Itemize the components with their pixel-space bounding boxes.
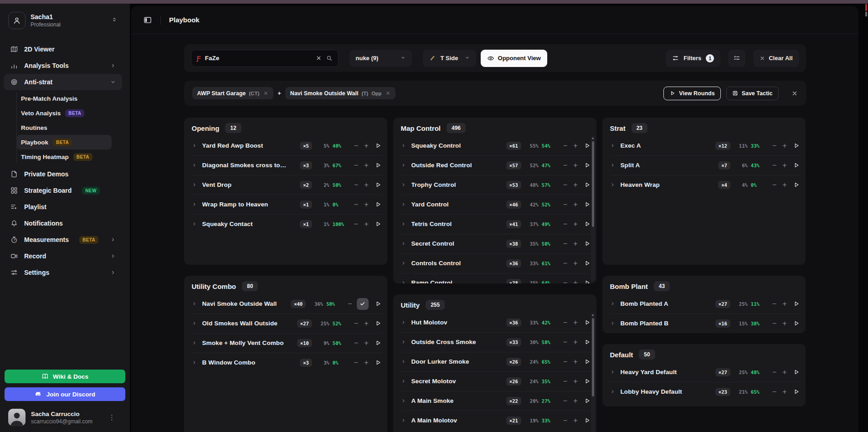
tactic-row[interactable]: Squeaky Control ×61 55% 54% − + <box>393 136 596 155</box>
play-button[interactable] <box>584 201 591 208</box>
increment-button[interactable]: + <box>364 339 368 347</box>
discord-button[interactable]: Join our Discord <box>5 387 125 401</box>
sidebar-toggle-icon[interactable] <box>143 15 152 25</box>
increment-button[interactable]: + <box>573 279 577 284</box>
scrollbar[interactable]: ▲ <box>591 313 595 432</box>
increment-button[interactable]: + <box>782 161 786 170</box>
decrement-button[interactable]: − <box>354 359 358 367</box>
sidebar-item-settings[interactable]: Settings <box>4 264 122 281</box>
sidebar-item-measurements[interactable]: Measurements BETA <box>4 231 122 248</box>
increment-button[interactable]: + <box>573 181 577 189</box>
increment-button[interactable]: + <box>364 181 368 189</box>
map-select-dropdown[interactable]: nuke (9) <box>349 50 412 67</box>
play-button[interactable] <box>793 162 800 169</box>
decrement-button[interactable]: − <box>772 319 776 328</box>
decrement-button[interactable]: − <box>563 358 567 366</box>
decrement-button[interactable]: − <box>772 300 776 308</box>
decrement-button[interactable]: − <box>563 417 567 425</box>
play-button[interactable] <box>375 181 381 188</box>
decrement-button[interactable]: − <box>354 161 358 170</box>
tactic-row[interactable]: Ramp Control ×28 25% 64% − + <box>393 273 596 283</box>
increment-button[interactable]: + <box>364 142 368 150</box>
decrement-button[interactable]: − <box>354 339 358 347</box>
tactic-chip[interactable]: AWP Start Garage (CT) <box>192 87 274 99</box>
play-button[interactable] <box>584 142 591 149</box>
play-button[interactable] <box>584 221 591 227</box>
increment-button[interactable]: + <box>364 319 368 328</box>
tactic-row[interactable]: Smoke + Molly Vent Combo ×10 9% 50% − + <box>184 333 387 353</box>
play-button[interactable] <box>793 142 800 149</box>
increment-button[interactable]: + <box>364 359 368 367</box>
decrement-button[interactable]: − <box>772 388 776 396</box>
team-search-box[interactable]: Ƒ <box>191 50 339 67</box>
play-button[interactable] <box>375 142 381 149</box>
decrement-button[interactable]: − <box>563 220 567 228</box>
sidebar-item-veto-analysis[interactable]: Veto Analysis BETA <box>16 106 112 120</box>
tactic-row[interactable]: Outside Red Control ×57 52% 47% − + <box>393 155 596 175</box>
decrement-button[interactable]: − <box>563 377 567 386</box>
decrement-button[interactable]: − <box>563 142 567 150</box>
clear-search-icon[interactable] <box>316 55 322 61</box>
tactic-row[interactable]: Yard Control ×46 42% 52% − + <box>393 195 596 214</box>
tactic-row[interactable]: A Main Molotov ×21 19% 33% − + <box>393 411 596 430</box>
scrollbar[interactable]: ▲ <box>591 136 595 282</box>
sidebar-item-strategic-board[interactable]: Strategic Board NEW <box>4 182 122 199</box>
checklist-button[interactable] <box>728 50 745 67</box>
decrement-button[interactable]: − <box>563 161 567 170</box>
tactic-row[interactable]: Tetris Control ×41 37% 49% − + <box>393 214 596 234</box>
sidebar-item-timing-heatmap[interactable]: Timing Heatmap BETA <box>16 149 112 164</box>
tactic-row[interactable]: B Window Combo ×3 3% 0% − + <box>184 353 387 372</box>
search-icon[interactable] <box>326 55 333 62</box>
play-button[interactable] <box>584 378 591 385</box>
unfold-icon[interactable] <box>112 16 117 25</box>
increment-button[interactable]: + <box>782 388 786 396</box>
sidebar-item-playbook[interactable]: Playbook BETA <box>16 135 112 149</box>
kebab-menu-icon[interactable]: ⋮ <box>108 413 115 422</box>
team-search-input[interactable] <box>205 55 312 62</box>
decrement-button[interactable]: − <box>563 279 567 284</box>
scrollbar-thumb[interactable] <box>592 318 594 396</box>
sidebar-item-analysis-tools[interactable]: Analysis Tools <box>4 57 122 74</box>
tactic-row[interactable]: Trophy Control ×53 48% 57% − + <box>393 175 596 195</box>
workspace-switcher[interactable]: Sacha1 Professional <box>0 12 130 29</box>
increment-button[interactable]: + <box>364 161 368 170</box>
tactic-row[interactable]: Bomb Planted B ×16 15% 38% − + <box>602 314 806 333</box>
side-select-dropdown[interactable]: T Side <box>423 50 476 67</box>
decrement-button[interactable]: − <box>563 397 567 405</box>
close-tactic-bar-icon[interactable] <box>791 90 798 97</box>
decrement-button[interactable]: − <box>563 319 567 327</box>
increment-button[interactable]: + <box>782 181 786 189</box>
decrement-button[interactable]: − <box>772 181 776 189</box>
decrement-button[interactable]: − <box>354 319 358 328</box>
play-button[interactable] <box>375 300 381 307</box>
tactic-row[interactable]: Diagonal Smokes cross to gara... ×3 3% 6… <box>184 155 387 175</box>
tactic-row[interactable]: Yard Red Awp Boost ×5 5% 40% − + <box>184 136 387 155</box>
view-rounds-button[interactable]: View Rounds <box>663 87 720 100</box>
tactic-row[interactable]: Exec A ×12 11% 33% − + <box>602 136 806 155</box>
increment-button[interactable]: + <box>573 377 577 386</box>
user-account[interactable]: Sacha Carruccio scarruccio94@gmail.com ⋮ <box>5 409 125 426</box>
scroll-up-icon[interactable]: ▲ <box>591 313 595 317</box>
play-button[interactable] <box>375 320 381 327</box>
save-tactic-button[interactable]: Save Tactic <box>726 87 779 100</box>
play-button[interactable] <box>793 320 800 327</box>
play-button[interactable] <box>584 279 591 283</box>
scroll-up-icon[interactable]: ▲ <box>591 136 595 140</box>
play-button[interactable] <box>584 260 591 267</box>
tactic-row[interactable]: Split A ×7 6% 43% − + <box>602 155 806 175</box>
play-button[interactable] <box>584 240 591 247</box>
play-button[interactable] <box>793 300 800 307</box>
increment-button[interactable]: + <box>573 338 577 346</box>
play-button[interactable] <box>584 162 591 169</box>
sidebar-item-record[interactable]: Record <box>4 248 122 264</box>
increment-button[interactable]: + <box>573 201 577 209</box>
tactic-row[interactable]: Outside Cross Smoke ×33 30% 58% − + <box>393 332 596 352</box>
tactic-chip[interactable]: Navi Smoke Outside Wall (T) Opp <box>285 87 395 99</box>
sidebar-item-routines[interactable]: Routines <box>16 120 112 135</box>
increment-button[interactable]: + <box>364 220 368 228</box>
tactic-row[interactable]: Heavy Yard Default ×27 25% 48% − + <box>602 362 806 382</box>
increment-button[interactable]: + <box>573 397 577 405</box>
decrement-button[interactable]: − <box>772 142 776 150</box>
increment-button[interactable]: + <box>573 161 577 170</box>
remove-chip-icon[interactable] <box>385 91 390 96</box>
